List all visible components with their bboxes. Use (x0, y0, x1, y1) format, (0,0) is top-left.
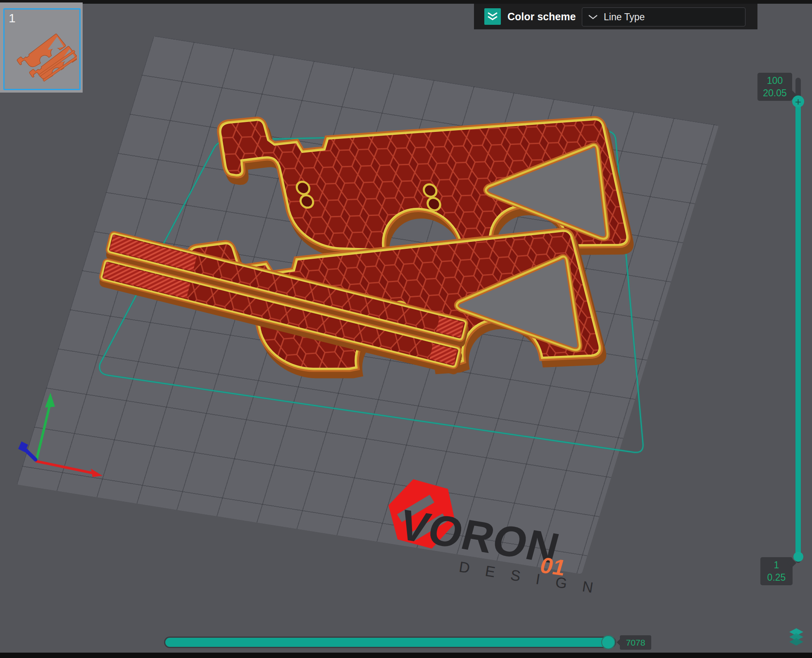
top-layer-height: 20.05 (762, 87, 788, 99)
window-top-strip (0, 0, 812, 4)
slicer-preview-window: VORON D E S I G N 01 1 (0, 0, 812, 658)
layer-slider-bottom-handle[interactable] (793, 552, 803, 562)
move-slider-handle[interactable] (601, 635, 615, 649)
plate-thumbnail[interactable]: 1 (3, 8, 81, 90)
chevron-down-icon (588, 14, 598, 20)
bottom-layer-number: 1 (764, 559, 788, 571)
top-layer-number: 100 (762, 74, 788, 87)
layer-slider-range-fill (795, 102, 801, 557)
layers-icon (786, 627, 806, 646)
gcode-preview-scene: VORON D E S I G N 01 (0, 0, 812, 658)
plus-icon: + (795, 96, 801, 107)
color-scheme-dropdown[interactable]: Line Type (582, 7, 745, 26)
voron-logo: VORON D E S I G N (379, 474, 612, 597)
color-scheme-toolbar: Color scheme Line Type (474, 4, 757, 29)
x-axis (36, 461, 92, 473)
layer-slider-top-handle[interactable]: + (792, 95, 804, 107)
move-slider-value-box: 7078 (620, 635, 651, 650)
window-bottom-strip (0, 653, 812, 658)
plate-list-panel: 1 (0, 2, 83, 93)
color-scheme-label: Color scheme (507, 11, 576, 23)
double-chevron-down-icon[interactable] (484, 8, 501, 25)
plate-thumbnail-number: 1 (9, 11, 16, 25)
move-slider-value: 7078 (626, 638, 645, 648)
color-scheme-dropdown-value: Line Type (604, 12, 645, 23)
layer-slider-top-tooltip: 100 20.05 (757, 73, 792, 101)
layer-slider-bottom-tooltip: 1 0.25 (760, 557, 793, 585)
y-axis (36, 404, 50, 460)
move-slider-track[interactable] (164, 637, 616, 648)
axes-gizmo (18, 393, 102, 477)
bottom-layer-height: 0.25 (764, 571, 788, 584)
layers-view-button[interactable] (786, 627, 806, 646)
move-slider-fill (165, 638, 613, 647)
